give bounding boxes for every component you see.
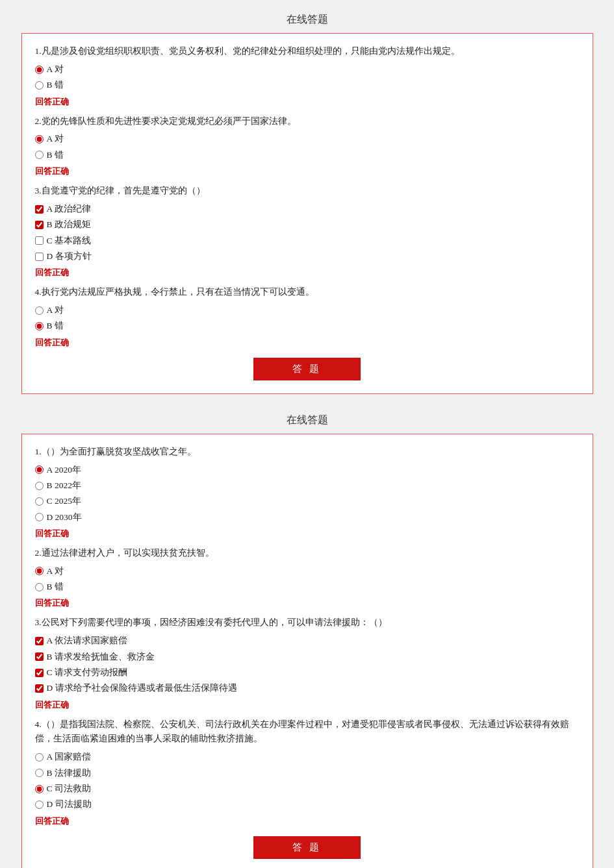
- input-q7-2[interactable]: [35, 669, 44, 677]
- option-label-q8-0: A 国家赔偿: [47, 749, 91, 765]
- option-label-q4-0: A 对: [47, 303, 64, 318]
- input-q4-1[interactable]: [35, 322, 44, 330]
- input-q7-1[interactable]: [35, 652, 44, 661]
- option-label-q6-0: A 对: [47, 564, 64, 579]
- option-item-q5-1[interactable]: B 2022年: [35, 478, 580, 493]
- options-list-q6: A 对B 错: [35, 564, 580, 595]
- input-q5-1[interactable]: [35, 482, 44, 490]
- input-q5-3[interactable]: [35, 513, 44, 521]
- option-item-q8-1[interactable]: B 法律援助: [35, 765, 580, 781]
- input-q7-3[interactable]: [35, 684, 44, 693]
- question-text-q6: 2.通过法律进村入户，可以实现扶贫充扶智。: [35, 546, 580, 561]
- input-q6-0[interactable]: [35, 567, 44, 575]
- input-q2-1[interactable]: [35, 151, 44, 159]
- input-q8-2[interactable]: [35, 785, 44, 793]
- answer-label-q6: 回答正确: [35, 597, 580, 609]
- option-label-q8-2: C 司法救助: [47, 781, 91, 797]
- option-item-q7-3[interactable]: D 请求给予社会保险待遇或者最低生活保障待遇: [35, 680, 580, 696]
- option-item-q5-0[interactable]: A 2020年: [35, 462, 580, 478]
- option-item-q3-2[interactable]: C 基本路线: [35, 233, 580, 249]
- options-list-q5: A 2020年B 2022年C 2025年D 2030年: [35, 462, 580, 525]
- option-label-q6-1: B 错: [47, 579, 64, 595]
- question-text-q2: 2.党的先锋队性质和先进性要求决定党规党纪必须严于国家法律。: [35, 114, 580, 129]
- question-block-q5: 1.（）为全面打赢脱贫攻坚战收官之年。A 2020年B 2022年C 2025年…: [35, 445, 580, 539]
- section-1: 在线答题1.凡是涉及创设党组织职权职责、党员义务权利、党的纪律处分和组织处理的，…: [21, 13, 593, 394]
- input-q8-1[interactable]: [35, 769, 44, 777]
- option-item-q6-1[interactable]: B 错: [35, 579, 580, 595]
- section-2: 在线答题1.（）为全面打赢脱贫攻坚战收官之年。A 2020年B 2022年C 2…: [21, 414, 593, 868]
- option-item-q6-0[interactable]: A 对: [35, 564, 580, 579]
- input-q6-1[interactable]: [35, 583, 44, 591]
- quiz-box-2: 1.（）为全面打赢脱贫攻坚战收官之年。A 2020年B 2022年C 2025年…: [21, 434, 593, 868]
- question-block-q1: 1.凡是涉及创设党组织职权职责、党员义务权利、党的纪律处分和组织处理的，只能由党…: [35, 44, 580, 108]
- input-q8-0[interactable]: [35, 753, 44, 762]
- option-item-q8-3[interactable]: D 司法援助: [35, 797, 580, 812]
- option-label-q5-3: D 2030年: [47, 510, 82, 525]
- answer-label-q7: 回答正确: [35, 699, 580, 711]
- option-label-q3-0: A 政治纪律: [47, 201, 91, 217]
- option-label-q3-1: B 政治规矩: [47, 217, 91, 232]
- options-list-q7: A 依法请求国家赔偿B 请求发给抚恤金、救济金C 请求支付劳动报酬D 请求给予社…: [35, 633, 580, 696]
- option-item-q3-3[interactable]: D 各项方针: [35, 249, 580, 264]
- question-block-q6: 2.通过法律进村入户，可以实现扶贫充扶智。A 对B 错回答正确: [35, 546, 580, 610]
- option-item-q5-2[interactable]: C 2025年: [35, 493, 580, 509]
- option-label-q3-2: C 基本路线: [47, 233, 91, 249]
- input-q2-0[interactable]: [35, 135, 44, 143]
- input-q1-1[interactable]: [35, 81, 44, 90]
- answer-label-q4: 回答正确: [35, 337, 580, 349]
- options-list-q8: A 国家赔偿B 法律援助C 司法救助D 司法援助: [35, 749, 580, 812]
- option-item-q1-1[interactable]: B 错: [35, 77, 580, 93]
- question-block-q3: 3.自觉遵守党的纪律，首先是遵守党的（）A 政治纪律B 政治规矩C 基本路线D …: [35, 184, 580, 279]
- input-q3-2[interactable]: [35, 236, 44, 245]
- question-text-q1: 1.凡是涉及创设党组织职权职责、党员义务权利、党的纪律处分和组织处理的，只能由党…: [35, 44, 580, 59]
- input-q5-2[interactable]: [35, 497, 44, 506]
- option-item-q4-0[interactable]: A 对: [35, 303, 580, 318]
- option-item-q8-0[interactable]: A 国家赔偿: [35, 749, 580, 765]
- options-list-q3: A 政治纪律B 政治规矩C 基本路线D 各项方针: [35, 201, 580, 264]
- answer-button-2[interactable]: 答 题: [253, 836, 361, 859]
- option-item-q7-2[interactable]: C 请求支付劳动报酬: [35, 665, 580, 680]
- input-q3-1[interactable]: [35, 221, 44, 229]
- question-block-q8: 4.（）是指我国法院、检察院、公安机关、司法行政机关在办理案件过程中，对遭受犯罪…: [35, 717, 580, 827]
- options-list-q2: A 对B 错: [35, 131, 580, 163]
- option-label-q7-3: D 请求给予社会保险待遇或者最低生活保障待遇: [47, 680, 237, 696]
- option-label-q3-3: D 各项方针: [47, 249, 92, 264]
- input-q1-0[interactable]: [35, 66, 44, 74]
- option-label-q5-0: A 2020年: [47, 462, 81, 478]
- option-item-q7-0[interactable]: A 依法请求国家赔偿: [35, 633, 580, 649]
- answer-label-q5: 回答正确: [35, 528, 580, 539]
- option-item-q8-2[interactable]: C 司法救助: [35, 781, 580, 797]
- answer-label-q3: 回答正确: [35, 267, 580, 279]
- question-text-q5: 1.（）为全面打赢脱贫攻坚战收官之年。: [35, 445, 580, 460]
- option-item-q5-3[interactable]: D 2030年: [35, 510, 580, 525]
- answer-btn-wrap-1: 答 题: [35, 358, 580, 380]
- option-item-q4-1[interactable]: B 错: [35, 318, 580, 334]
- option-label-q2-1: B 错: [47, 147, 64, 163]
- option-item-q2-1[interactable]: B 错: [35, 147, 580, 163]
- options-list-q4: A 对B 错: [35, 303, 580, 334]
- option-item-q3-1[interactable]: B 政治规矩: [35, 217, 580, 232]
- input-q3-3[interactable]: [35, 253, 44, 261]
- question-block-q7: 3.公民对下列需要代理的事项，因经济困难没有委托代理人的，可以申请法律援助：（）…: [35, 615, 580, 710]
- input-q8-3[interactable]: [35, 800, 44, 809]
- question-text-q4: 4.执行党内法规应严格执规，令行禁止，只有在适当情况下可以变通。: [35, 285, 580, 300]
- question-text-q7: 3.公民对下列需要代理的事项，因经济困难没有委托代理人的，可以申请法律援助：（）: [35, 615, 580, 630]
- option-label-q4-1: B 错: [47, 318, 64, 334]
- question-text-q8: 4.（）是指我国法院、检察院、公安机关、司法行政机关在办理案件过程中，对遭受犯罪…: [35, 717, 580, 747]
- input-q4-0[interactable]: [35, 306, 44, 315]
- option-label-q5-1: B 2022年: [47, 478, 81, 493]
- option-label-q7-1: B 请求发给抚恤金、救济金: [47, 649, 155, 665]
- quiz-box-1: 1.凡是涉及创设党组织职权职责、党员义务权利、党的纪律处分和组织处理的，只能由党…: [21, 33, 593, 394]
- answer-button-1[interactable]: 答 题: [253, 358, 361, 380]
- input-q5-0[interactable]: [35, 465, 44, 474]
- option-item-q7-1[interactable]: B 请求发给抚恤金、救济金: [35, 649, 580, 665]
- option-label-q7-2: C 请求支付劳动报酬: [47, 665, 127, 680]
- option-item-q3-0[interactable]: A 政治纪律: [35, 201, 580, 217]
- input-q7-0[interactable]: [35, 637, 44, 645]
- answer-label-q1: 回答正确: [35, 96, 580, 108]
- option-item-q2-0[interactable]: A 对: [35, 131, 580, 147]
- option-item-q1-0[interactable]: A 对: [35, 62, 580, 77]
- option-label-q1-0: A 对: [47, 62, 64, 77]
- question-block-q4: 4.执行党内法规应严格执规，令行禁止，只有在适当情况下可以变通。A 对B 错回答…: [35, 285, 580, 349]
- input-q3-0[interactable]: [35, 205, 44, 214]
